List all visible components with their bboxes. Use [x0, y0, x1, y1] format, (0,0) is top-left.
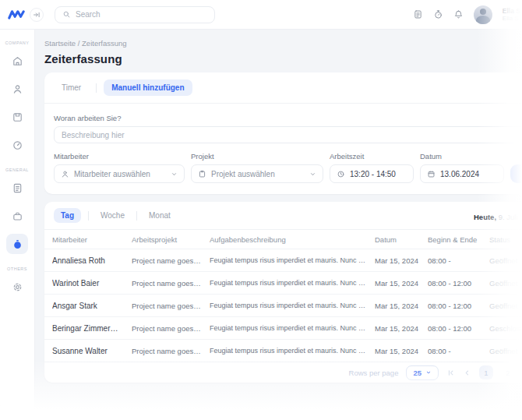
time-entry-card: Timer Manuell hinzufügen Woran arbeiten … — [44, 72, 522, 194]
home-icon — [12, 55, 23, 67]
sidebar-collapse-button[interactable] — [30, 8, 44, 22]
stopwatch-icon — [12, 238, 23, 250]
table-row[interactable]: Beringar Zimmermann Project name goes he… — [44, 316, 522, 339]
sidebar-item-time-tracking[interactable] — [6, 234, 28, 254]
sidebar-item-settings[interactable] — [6, 277, 28, 297]
col-datum: Datum — [375, 235, 428, 244]
tab-monat[interactable]: Monat — [144, 208, 175, 223]
search-icon — [62, 10, 71, 19]
rows-per-page-label: Rows per page — [349, 369, 399, 377]
sidebar-item-reports[interactable] — [6, 178, 28, 198]
cell-time: 08:00 - 12:00 — [428, 302, 489, 310]
timer-icon[interactable] — [433, 9, 443, 19]
entries-table-card: Tag Woche Monat Heute, 9. Juli Mitarbeit… — [44, 202, 522, 383]
arbeitszeit-input[interactable]: 13:20 - 14:50 — [330, 164, 414, 183]
description-label: Woran arbeiten Sie? — [54, 114, 522, 122]
projekt-select[interactable]: Projekt auswählen — [191, 164, 323, 183]
cell-task: Feugiat tempus risus imperdiet et mauris… — [210, 347, 375, 355]
cell-time: 08:00 - 12:00 — [428, 324, 489, 333]
field-mitarbeiter: Mitarbeiter Mitarbeiter auswählen — [54, 145, 185, 183]
breadcrumb-startseite[interactable]: Startseite — [44, 39, 76, 48]
cell-time: 08:00 - — [428, 347, 489, 355]
prev-page-icon[interactable] — [463, 369, 471, 377]
sidebar-item-home[interactable] — [6, 51, 28, 71]
app-window: Ella S Ella S COMPANY — [0, 0, 522, 420]
chevron-down-icon — [425, 369, 432, 376]
table-row[interactable]: Ansgar Stark Project name goes here Feug… — [44, 294, 522, 316]
app-logo[interactable] — [0, 8, 33, 21]
sidebar-item-dashboard[interactable] — [6, 135, 28, 155]
add-entry-button[interactable] — [510, 164, 522, 183]
chevron-down-icon — [171, 171, 178, 178]
mitarbeiter-value: Mitarbeiter auswählen — [74, 170, 150, 178]
period-tabs: Tag Woche Monat Heute, 9. Juli — [44, 202, 522, 229]
breadcrumb: Startseite / Zeiterfassung — [44, 39, 522, 48]
page-2-button[interactable]: 2 — [501, 365, 515, 379]
rows-per-page-select[interactable]: 25 — [406, 365, 439, 380]
clock-icon — [337, 170, 345, 178]
cell-date: Mar 15, 2024 — [375, 347, 428, 355]
search-input[interactable] — [76, 10, 207, 19]
bell-icon[interactable] — [453, 9, 464, 19]
sidebar-item-employees[interactable] — [6, 79, 28, 99]
cell-project: Project name goes here — [132, 256, 210, 265]
description-input[interactable] — [54, 126, 522, 143]
breadcrumb-zeiterfassung[interactable]: Zeiterfassung — [82, 39, 127, 48]
user-meta[interactable]: Ella S Ella S — [503, 7, 520, 23]
user-subtitle: Ella S — [503, 15, 520, 23]
cell-date: Mar 15, 2024 — [375, 324, 428, 333]
entry-form: Woran arbeiten Sie? Mitarbeiter — [44, 104, 522, 194]
cell-time: 08:00 - 12:00 — [428, 279, 489, 288]
first-page-icon[interactable] — [446, 369, 455, 377]
datum-value: 13.06.2024 — [440, 170, 479, 178]
today-word: Heute, — [474, 213, 496, 221]
tab-woche[interactable]: Woche — [96, 208, 129, 223]
document-icon — [12, 182, 23, 194]
gear-icon — [12, 281, 23, 293]
cell-date: Mar 15, 2024 — [375, 302, 428, 310]
status-badge: Geöffnet — [489, 347, 522, 355]
tab-tag[interactable]: Tag — [54, 208, 81, 223]
table-row[interactable]: Susanne Walter Project name goes here Fe… — [44, 339, 522, 362]
col-beginn-ende: Beginn & Ende — [428, 235, 489, 244]
page-1-button[interactable]: 1 — [479, 365, 493, 379]
datum-input[interactable]: 13.06.2024 — [420, 164, 504, 183]
cell-project: Project name goes here — [132, 324, 210, 333]
user-icon — [61, 170, 69, 178]
document-icon[interactable] — [413, 9, 423, 19]
search-box[interactable] — [55, 6, 215, 23]
cell-time: 08:00 - — [428, 256, 489, 265]
tab-timer[interactable]: Timer — [54, 80, 89, 95]
sidebar-item-records[interactable] — [6, 107, 28, 127]
col-arbeitsprojekt: Arbeitsprojekt — [132, 235, 210, 244]
logo-icon — [7, 8, 26, 21]
cell-project: Project name goes here — [132, 347, 210, 355]
entry-mode-tabs: Timer Manuell hinzufügen — [44, 72, 522, 103]
cell-project: Project name goes here — [132, 302, 210, 310]
table-footer: Rows per page 25 1 2 — [44, 362, 522, 383]
user-avatar[interactable] — [474, 5, 492, 24]
sidebar-section-others: OTHERS — [7, 266, 27, 271]
cell-name: Beringar Zimmermann — [52, 324, 132, 333]
mitarbeiter-select[interactable]: Mitarbeiter auswählen — [54, 164, 185, 183]
col-status: Status — [489, 235, 522, 244]
tab-divider — [88, 211, 89, 221]
table-row[interactable]: Warinot Baier Project name goes here Feu… — [44, 271, 522, 294]
cell-date: Mar 15, 2024 — [375, 256, 428, 265]
chevron-down-icon — [309, 171, 316, 178]
table-row[interactable]: Annaliesa Roth Project name goes here Fe… — [44, 249, 522, 271]
status-badge: Geöffnet — [489, 302, 522, 310]
status-badge: Geöffnet — [489, 279, 522, 288]
tab-manuell-hinzufuegen[interactable]: Manuell hinzufügen — [104, 79, 192, 96]
cell-date: Mar 15, 2024 — [375, 279, 428, 288]
field-datum: Datum 13.06.2024 — [420, 145, 504, 183]
sidebar-item-projects[interactable] — [6, 206, 28, 226]
user-icon — [12, 83, 23, 95]
user-name: Ella S — [503, 7, 520, 15]
cell-name: Ansgar Stark — [52, 302, 132, 310]
datum-label: Datum — [420, 152, 504, 161]
field-projekt: Projekt Projekt auswählen — [191, 145, 323, 183]
projekt-label: Projekt — [191, 152, 323, 161]
arbeitszeit-value: 13:20 - 14:50 — [350, 170, 396, 178]
cell-task: Feugiat tempus risus imperdiet et mauris… — [210, 256, 375, 264]
